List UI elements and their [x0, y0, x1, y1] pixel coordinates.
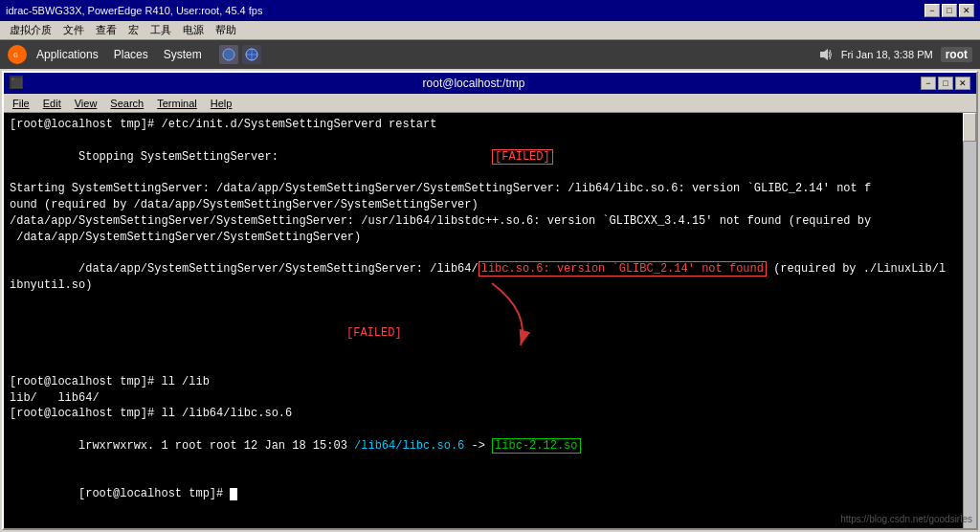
outer-menu-help[interactable]: 帮助: [210, 23, 242, 37]
terminal-line-8: lib/ lib64/: [10, 390, 959, 407]
outer-maximize-button[interactable]: □: [942, 4, 957, 17]
terminal-line-1: [root@localhost tmp]# /etc/init.d/System…: [10, 117, 959, 133]
terminal-title: root@localhost:/tmp: [423, 77, 525, 90]
outer-window: idrac-5BWG33X, PowerEdge R410, User:root…: [0, 0, 980, 532]
outer-minimize-button[interactable]: −: [924, 4, 940, 17]
terminal-cursor-line: [root@localhost tmp]#: [10, 471, 959, 519]
failed-badge-2: [FAILED]: [346, 326, 402, 340]
outer-title: idrac-5BWG33X, PowerEdge R410, User:root…: [6, 5, 262, 16]
terminal-menu-edit[interactable]: Edit: [38, 97, 66, 110]
svg-point-2: [223, 49, 234, 60]
terminal-menu-view[interactable]: View: [70, 97, 102, 110]
glibc-error-box: libc.so.6: version `GLIBC_2.14' not foun…: [479, 261, 767, 277]
svg-text:G: G: [13, 51, 18, 59]
outer-titlebar: idrac-5BWG33X, PowerEdge R410, User:root…: [0, 0, 980, 21]
gnome-applications-button[interactable]: Applications: [31, 46, 104, 63]
terminal-output[interactable]: [root@localhost tmp]# /etc/init.d/System…: [4, 113, 976, 528]
outer-menu-view[interactable]: 查看: [90, 23, 122, 37]
outer-menu-virtmedia[interactable]: 虚拟介质: [4, 23, 57, 37]
gnome-network-icon: [219, 45, 238, 64]
svg-text:⬛: ⬛: [11, 77, 23, 89]
gnome-system-button[interactable]: System: [158, 46, 208, 63]
outer-menubar: 虚拟介质 文件 查看 宏 工具 电源 帮助: [0, 21, 980, 40]
inner-titlebar: ⬛ root@localhost:/tmp − □ ✕: [4, 73, 976, 94]
terminal-line-7: [root@localhost tmp]# ll /lib: [10, 374, 959, 390]
scrollbar-track[interactable]: [963, 113, 976, 528]
outer-menu-tools[interactable]: 工具: [145, 23, 177, 37]
cursor: [230, 488, 237, 500]
outer-menu-file[interactable]: 文件: [57, 23, 90, 37]
terminal-menu-file[interactable]: File: [8, 97, 34, 110]
inner-close-button[interactable]: ✕: [955, 77, 970, 90]
watermark: https://blog.csdn.net/goodsirles: [840, 514, 972, 524]
terminal-menubar: File Edit View Search Terminal Help: [4, 94, 976, 113]
terminal-line-9: [root@localhost tmp]# ll /lib64/libc.so.…: [10, 406, 959, 422]
outer-menu-power[interactable]: 电源: [177, 23, 210, 37]
gnome-volume-icon: [818, 48, 834, 61]
terminal-area: [root@localhost tmp]# /etc/init.d/System…: [4, 113, 976, 528]
terminal-line-6: [FAILED]: [10, 310, 959, 358]
symlink-source: /lib64/libc.so.6: [354, 439, 464, 453]
terminal-menu-search[interactable]: Search: [105, 97, 148, 110]
prompt-text: [root@localhost tmp]#: [78, 487, 230, 500]
gnome-logo-icon: G: [8, 45, 27, 64]
terminal-line-5: /data/app/SystemSettingServer/SystemSett…: [10, 245, 959, 309]
terminal-line-3: Starting SystemSettingServer: /data/app/…: [10, 181, 959, 213]
path-prefix: /data/app/SystemSettingServer/SystemSett…: [78, 262, 479, 276]
terminal-line-2: Stopping SystemSettingServer: [FAILED]: [10, 133, 959, 181]
svg-marker-6: [820, 49, 828, 60]
outer-titlebar-controls: − □ ✕: [924, 4, 974, 17]
gnome-user-badge: root: [941, 47, 972, 62]
scrollbar-thumb[interactable]: [963, 113, 976, 142]
outer-close-button[interactable]: ✕: [959, 4, 974, 17]
terminal-window: ⬛ root@localhost:/tmp − □ ✕ File Edit Vi…: [2, 71, 978, 530]
terminal-line-4: /data/app/SystemSettingServer/SystemSett…: [10, 213, 959, 246]
arrow-text: ->: [464, 439, 492, 453]
inner-titlebar-controls: − □ ✕: [921, 77, 970, 90]
gnome-taskbar: G Applications Places System Fri Jan 18,…: [0, 40, 980, 69]
inner-minimize-button[interactable]: −: [921, 77, 936, 90]
terminal-line-10: lrwxrwxrwx. 1 root root 12 Jan 18 15:03 …: [10, 422, 959, 470]
gnome-places-button[interactable]: Places: [108, 46, 154, 63]
inner-maximize-button[interactable]: □: [938, 77, 953, 90]
symlink-target: libc-2.12.so: [492, 438, 580, 454]
terminal-menu-terminal[interactable]: Terminal: [152, 97, 202, 110]
inner-window-icon: ⬛: [10, 76, 23, 92]
stopping-label: Stopping SystemSettingServer:: [78, 150, 492, 164]
outer-menu-macro[interactable]: 宏: [122, 23, 145, 37]
gnome-globe-icon: [242, 45, 261, 64]
gnome-right-panel: Fri Jan 18, 3:38 PM root: [818, 47, 972, 62]
ll-output-prefix: lrwxrwxrwx. 1 root root 12 Jan 18 15:03: [78, 439, 354, 453]
terminal-menu-help[interactable]: Help: [206, 97, 237, 110]
failed-badge-1: [FAILED]: [492, 149, 553, 165]
gnome-datetime: Fri Jan 18, 3:38 PM: [841, 49, 933, 60]
terminal-blank-1: [10, 358, 959, 374]
